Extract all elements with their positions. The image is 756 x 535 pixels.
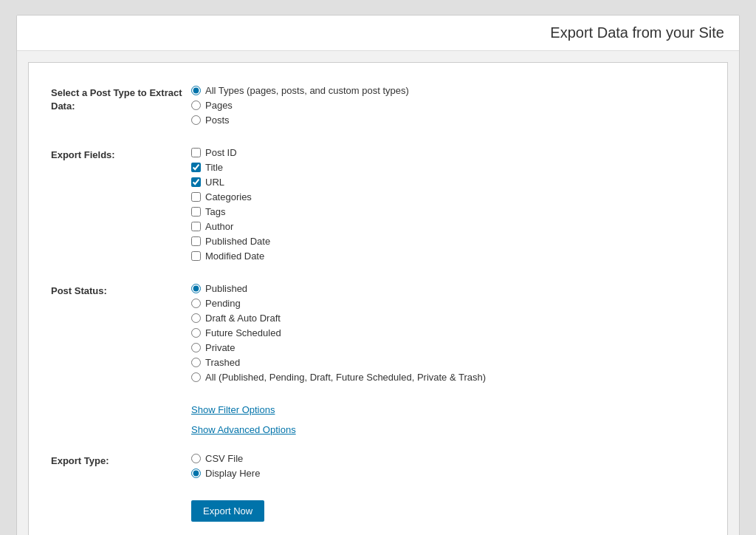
export-fields-row: Export Fields: Post ID Title URL Categor… (51, 147, 705, 265)
status-pending-label[interactable]: Pending (205, 298, 241, 309)
field-modified-date-checkbox[interactable] (191, 251, 201, 261)
status-published-label[interactable]: Published (205, 283, 247, 294)
field-title-label[interactable]: Title (205, 162, 223, 173)
status-pending-item: Pending (191, 298, 705, 309)
export-csv-radio[interactable] (191, 454, 201, 463)
export-type-controls: CSV File Display Here (191, 453, 705, 483)
post-type-posts-item: Posts (191, 115, 705, 126)
status-private-label[interactable]: Private (205, 342, 235, 353)
field-author-item: Author (191, 221, 705, 232)
status-trashed-label[interactable]: Trashed (205, 357, 240, 368)
field-categories-item: Categories (191, 191, 705, 202)
field-categories-checkbox[interactable] (191, 192, 201, 202)
status-published-item: Published (191, 283, 705, 294)
field-title-checkbox[interactable] (191, 163, 201, 172)
post-type-all-item: All Types (pages, posts, and custom post… (191, 85, 705, 96)
status-trashed-item: Trashed (191, 357, 705, 368)
status-all-item: All (Published, Pending, Draft, Future S… (191, 372, 705, 383)
field-author-checkbox[interactable] (191, 222, 201, 231)
post-status-controls: Published Pending Draft & Auto Draft Fut… (191, 283, 705, 386)
post-type-all-radio[interactable] (191, 86, 201, 95)
export-display-item: Display Here (191, 468, 705, 479)
status-all-radio[interactable] (191, 372, 201, 382)
field-published-date-item: Published Date (191, 236, 705, 247)
status-future-label[interactable]: Future Scheduled (205, 327, 281, 338)
show-advanced-link[interactable]: Show Advanced Options (191, 424, 296, 435)
field-tags-item: Tags (191, 206, 705, 217)
page-header: Export Data from your Site (17, 16, 739, 51)
post-type-pages-item: Pages (191, 100, 705, 111)
button-row: Export Now (51, 500, 705, 522)
status-trashed-radio[interactable] (191, 358, 201, 367)
main-container: Export Data from your Site Select a Post… (16, 15, 740, 535)
field-tags-label[interactable]: Tags (205, 206, 225, 217)
status-draft-radio[interactable] (191, 313, 201, 323)
post-type-all-label[interactable]: All Types (pages, posts, and custom post… (205, 85, 409, 96)
status-private-radio[interactable] (191, 343, 201, 352)
export-fields-label: Export Fields: (51, 147, 191, 162)
export-now-button[interactable]: Export Now (191, 500, 264, 522)
field-url-item: URL (191, 177, 705, 188)
field-post-id-item: Post ID (191, 147, 705, 158)
field-post-id-checkbox[interactable] (191, 148, 201, 157)
export-fields-controls: Post ID Title URL Categories Tags (191, 147, 705, 265)
field-title-item: Title (191, 162, 705, 173)
export-display-label[interactable]: Display Here (205, 468, 260, 479)
post-type-pages-radio[interactable] (191, 100, 201, 110)
field-categories-label[interactable]: Categories (205, 191, 252, 202)
field-published-date-checkbox[interactable] (191, 236, 201, 246)
field-modified-date-label[interactable]: Modified Date (205, 251, 264, 262)
post-type-posts-radio[interactable] (191, 115, 201, 125)
field-url-checkbox[interactable] (191, 177, 201, 187)
field-modified-date-item: Modified Date (191, 251, 705, 262)
export-type-row: Export Type: CSV File Display Here (51, 453, 705, 483)
field-tags-checkbox[interactable] (191, 207, 201, 217)
page-title: Export Data from your Site (32, 24, 724, 41)
export-display-radio[interactable] (191, 468, 201, 478)
post-status-row: Post Status: Published Pending Draft & A… (51, 283, 705, 386)
status-private-item: Private (191, 342, 705, 353)
field-author-label[interactable]: Author (205, 221, 233, 232)
export-csv-label[interactable]: CSV File (205, 453, 243, 464)
status-future-radio[interactable] (191, 328, 201, 338)
status-pending-radio[interactable] (191, 299, 201, 308)
post-type-pages-label[interactable]: Pages (205, 100, 233, 111)
field-post-id-label[interactable]: Post ID (205, 147, 237, 158)
status-draft-label[interactable]: Draft & Auto Draft (205, 313, 281, 324)
field-url-label[interactable]: URL (205, 177, 224, 188)
post-type-controls: All Types (pages, posts, and custom post… (191, 85, 705, 129)
export-type-label: Export Type: (51, 453, 191, 468)
status-published-radio[interactable] (191, 284, 201, 293)
content-area: Select a Post Type to Extract Data: All … (28, 62, 728, 535)
status-draft-item: Draft & Auto Draft (191, 313, 705, 324)
post-type-label: Select a Post Type to Extract Data: (51, 85, 191, 113)
post-type-posts-label[interactable]: Posts (205, 115, 230, 126)
field-published-date-label[interactable]: Published Date (205, 236, 270, 247)
show-filter-row: Show Filter Options (51, 404, 705, 415)
show-advanced-row: Show Advanced Options (51, 424, 705, 435)
status-all-label[interactable]: All (Published, Pending, Draft, Future S… (205, 372, 486, 383)
show-filter-link[interactable]: Show Filter Options (191, 404, 275, 415)
post-status-label: Post Status: (51, 283, 191, 298)
status-future-item: Future Scheduled (191, 327, 705, 338)
post-type-row: Select a Post Type to Extract Data: All … (51, 85, 705, 129)
export-csv-item: CSV File (191, 453, 705, 464)
